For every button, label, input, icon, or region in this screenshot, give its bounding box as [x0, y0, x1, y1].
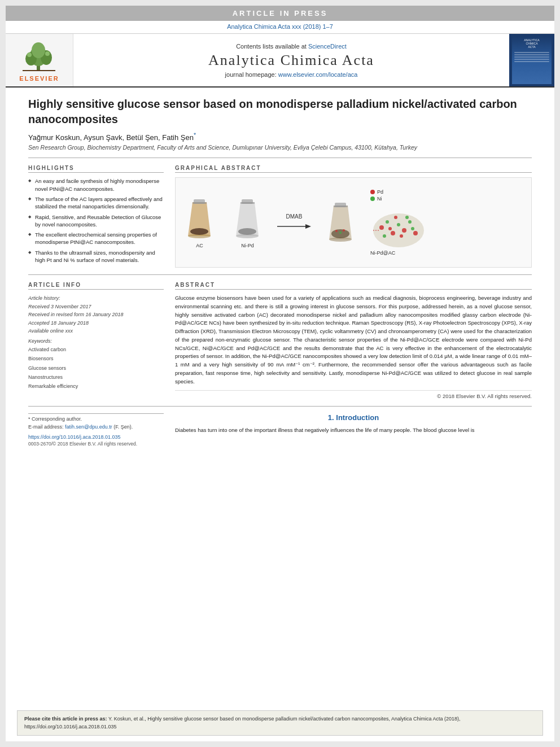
article-history: Article history: Received 3 November 201…	[28, 294, 164, 335]
graphical-abstract-col: GRAPHICAL ABSTRACT	[175, 165, 532, 268]
introduction-section: * Corresponding author. E-mail address: …	[28, 413, 532, 447]
doi-link[interactable]: https://doi.org/10.1016/j.aca.2018.01.03…	[28, 434, 164, 440]
bottom-citation-bar: Please cite this article in press as: Y.…	[17, 710, 543, 736]
svg-rect-11	[193, 202, 207, 204]
ac-label: AC	[196, 243, 203, 248]
email-suffix: (F. Şen).	[113, 424, 133, 430]
article-info-col: ARTICLE INFO Article history: Received 3…	[28, 282, 164, 399]
corresponding-note: * Corresponding author.	[28, 416, 164, 422]
svg-point-26	[339, 231, 342, 234]
highlights-list: An easy and facile synthesis of highly m…	[28, 177, 164, 264]
pd-dot	[370, 190, 375, 194]
svg-point-17	[238, 228, 256, 235]
list-item: Biosensors	[28, 354, 164, 363]
main-content: Highly sensitive glucose sensor based on…	[6, 88, 554, 705]
citation-line: Analytica Chimica Acta xxx (2018) 1–7	[6, 21, 554, 31]
keywords-list: Activated carbon Biosensors Glucose sens…	[28, 345, 164, 391]
svg-point-31	[391, 231, 395, 235]
list-item: An easy and facile synthesis of highly m…	[28, 177, 164, 193]
svg-point-28	[373, 213, 424, 247]
list-item: Rapid, Sensitive, and Reusable Detection…	[28, 213, 164, 229]
email-link[interactable]: fatih.sen@dpu.edu.tr	[65, 424, 112, 430]
journal-center: Contents lists available at ScienceDirec…	[73, 34, 509, 86]
journal-cover: ANALYTICACHIMICAACTA	[509, 34, 554, 86]
svg-point-41	[388, 227, 392, 230]
received-revised: Received in revised form 16 January 2018	[28, 311, 164, 318]
svg-rect-7	[23, 70, 55, 71]
legend: Pd Ni	[370, 189, 383, 203]
info-abstract-row: ARTICLE INFO Article history: Received 3…	[28, 282, 532, 399]
svg-point-35	[413, 231, 418, 235]
flask-nipd-svg	[229, 196, 266, 242]
flask-product-svg	[322, 200, 359, 245]
svg-point-38	[411, 227, 414, 230]
graphical-abstract-heading: GRAPHICAL ABSTRACT	[175, 165, 532, 173]
highlights-abstract-row: HIGHLIGHTS An easy and facile synthesis …	[28, 165, 532, 268]
svg-marker-19	[305, 224, 311, 229]
keywords-section: Keywords: Activated carbon Biosensors Gl…	[28, 338, 164, 391]
svg-point-40	[405, 216, 409, 219]
page: ARTICLE IN PRESS Analytica Chimica Acta …	[6, 6, 554, 741]
nanoparticles-section: Pd Ni	[370, 189, 427, 256]
journal-title: Analytica Chimica Acta	[208, 52, 374, 69]
svg-point-32	[397, 223, 400, 226]
list-item: Thanks to the ultrasmall sizes, monodisp…	[28, 249, 164, 264]
ni-label: Ni	[377, 196, 382, 202]
divider-1	[28, 158, 532, 158]
list-item: Activated carbon	[28, 345, 164, 354]
please-cite-label: Please cite this article in press as:	[24, 716, 107, 722]
nanoparticle-cluster-svg	[370, 205, 427, 250]
list-item: Remarkable efficiency	[28, 382, 164, 391]
svg-point-33	[402, 228, 406, 233]
history-label: Article history:	[28, 294, 164, 302]
svg-point-29	[379, 225, 384, 230]
divider-3	[28, 406, 532, 407]
ni-dot	[370, 196, 375, 201]
journal-homepage: journal homepage: www.elsevier.com/locat…	[225, 71, 358, 78]
cover-image: ANALYTICACHIMICAACTA	[512, 36, 552, 84]
legend-ni: Ni	[370, 196, 383, 202]
sciencedirect-link[interactable]: ScienceDirect	[308, 43, 347, 50]
introduction-heading: 1. Introduction	[175, 413, 532, 422]
available: Available online xxx	[28, 327, 164, 335]
list-item: The surface of the AC layers appeared ef…	[28, 195, 164, 211]
introduction-text: Diabetes has turn into one of the import…	[175, 426, 532, 435]
pd-label: Pd	[377, 189, 383, 195]
abstract-heading: ABSTRACT	[175, 282, 532, 290]
svg-point-27	[343, 229, 345, 231]
copyright-line: © 2018 Elsevier B.V. All rights reserved…	[175, 390, 532, 399]
accepted: Accepted 18 January 2018	[28, 319, 164, 327]
svg-rect-23	[334, 206, 348, 207]
arrow-svg	[277, 221, 311, 232]
svg-point-6	[45, 51, 50, 56]
graphical-abstract-area: AC Ni-Pd	[175, 177, 532, 268]
journal-header: ELSEVIER Contents lists available at Sci…	[6, 33, 554, 88]
svg-point-30	[386, 220, 389, 224]
svg-point-39	[394, 216, 397, 219]
introduction-text-area: 1. Introduction Diabetes has turn into o…	[175, 413, 532, 447]
elsevier-tree-icon	[17, 39, 62, 73]
highlights-col: HIGHLIGHTS An easy and facile synthesis …	[28, 165, 164, 268]
keywords-label: Keywords:	[28, 338, 164, 344]
svg-point-5	[27, 53, 32, 57]
email-label: E-mail address:	[28, 424, 64, 430]
affiliation: Sen Research Group, Biochemistry Departm…	[28, 144, 532, 151]
flask-ac: AC	[181, 196, 218, 248]
article-info-heading: ARTICLE INFO	[28, 282, 164, 290]
flask-nipd: Ni-Pd	[229, 196, 266, 248]
svg-point-25	[335, 230, 338, 232]
elsevier-logo-area: ELSEVIER	[6, 34, 73, 86]
ga-content: AC Ni-Pd	[181, 189, 526, 256]
svg-point-34	[408, 220, 412, 224]
flask-ac-svg	[181, 196, 218, 242]
legend-pd: Pd	[370, 189, 383, 195]
homepage-link[interactable]: www.elsevier.com/locate/aca	[278, 71, 358, 78]
dmab-label: DMAB	[286, 213, 303, 220]
article-in-press-banner: ARTICLE IN PRESS	[6, 6, 554, 21]
svg-point-12	[190, 228, 208, 235]
nipdac-label: Ni-Pd@AC	[370, 250, 395, 256]
reaction-arrow: DMAB	[277, 213, 311, 232]
list-item: Nanostructures	[28, 373, 164, 382]
elsevier-brand: ELSEVIER	[19, 75, 59, 82]
highlights-heading: HIGHLIGHTS	[28, 165, 164, 173]
